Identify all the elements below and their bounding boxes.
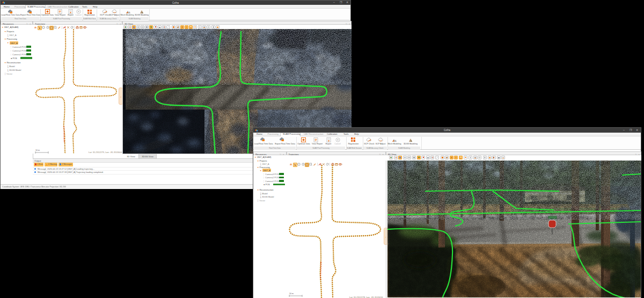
- svg-text:Lat: 31.2312278, Lon: -81.3513: Lat: 31.2312278, Lon: -81.3513016: [349, 296, 383, 298]
- svg-text:10 m: 10 m: [35, 149, 40, 151]
- svg-text:10 m: 10 m: [289, 293, 294, 295]
- svg-text:Lat: 31.2312279, Lon: -81.3513: Lat: 31.2312279, Lon: -81.3513004: [89, 151, 122, 154]
